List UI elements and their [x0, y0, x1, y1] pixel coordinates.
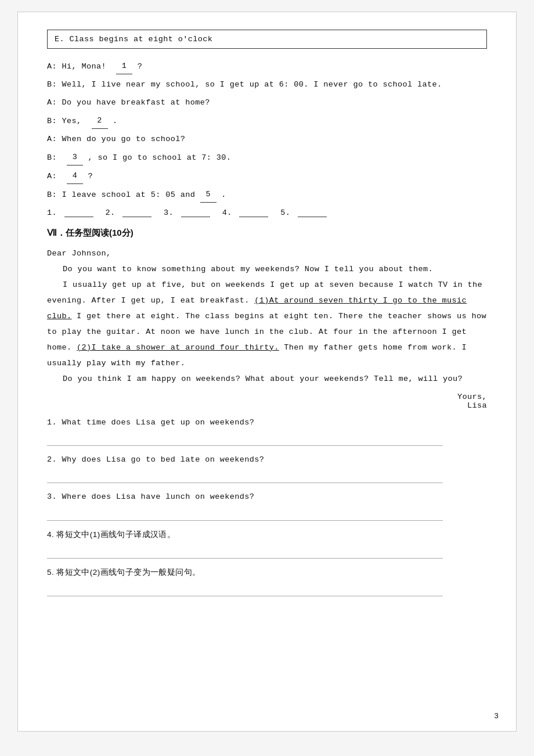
blank-2: 2	[92, 114, 108, 129]
question-2: 2. Why does Lisa go to bed late on weeke…	[47, 453, 487, 467]
question-1: 1. What time does Lisa get up on weekend…	[47, 416, 487, 430]
author-name: Lisa	[47, 401, 487, 410]
answer-line-5	[47, 584, 443, 596]
blank-3: 3	[67, 150, 83, 165]
paragraph-1: Do you want to know something about my w…	[47, 261, 487, 277]
underline-sentence-1: (1)At around seven thirty I go to the mu…	[47, 296, 467, 321]
dialogue-a4: A: 4 ?	[47, 169, 487, 184]
signature-block: Yours, Lisa	[47, 393, 487, 410]
question-block: 1. What time does Lisa get up on weekend…	[47, 416, 487, 596]
dialogue-a1: A: Hi, Mona! 1 ?	[47, 59, 487, 74]
dialogue-a2: A: Do you have breakfast at home?	[47, 96, 487, 110]
dialogue-b3: B: 3 , so I go to school at 7: 30.	[47, 150, 487, 165]
answer-line-2	[47, 470, 443, 483]
blank-4: 4	[67, 169, 83, 184]
fill-blanks-row: 1. 2. 3. 4. 5.	[47, 208, 487, 217]
section-vii-title: Ⅶ．任务型阅读(10分)	[47, 228, 487, 239]
dialogue-b1: B: Well, I live near my school, so I get…	[47, 78, 487, 92]
reading-block: Dear Johnson, Do you want to know someth…	[47, 246, 487, 387]
section-e-box: E. Class begins at eight o'clock	[47, 30, 487, 49]
page: E. Class begins at eight o'clock A: Hi, …	[17, 12, 517, 732]
closing: Yours,	[47, 393, 487, 401]
blank-5: 5	[200, 188, 217, 203]
page-number: 3	[494, 712, 499, 721]
question-5: 5. 将短文中(2)画线句子变为一般疑问句。	[47, 566, 487, 580]
section-e-label: E. Class begins at eight o'clock	[55, 35, 212, 44]
dialogue-a3: A: When do you go to school?	[47, 132, 487, 147]
dialogue-b4: B: I leave school at 5: 05 and 5 .	[47, 188, 487, 203]
answer-line-1	[47, 433, 443, 446]
paragraph-2: I usually get up at five, but on weekend…	[47, 277, 487, 371]
answer-line-4	[47, 546, 443, 559]
answer-line-3	[47, 508, 443, 521]
dialogue-b2: B: Yes, 2 .	[47, 114, 487, 129]
paragraph-3: Do you think I am happy on weekends? Wha…	[47, 371, 487, 387]
blank-1: 1	[116, 59, 132, 74]
question-4: 4. 将短文中(1)画线句子译成汉语。	[47, 528, 487, 542]
underline-sentence-2: (2)I take a shower at around four thirty…	[77, 343, 279, 352]
question-3: 3. Where does Lisa have lunch on weekend…	[47, 490, 487, 504]
greeting: Dear Johnson,	[47, 246, 487, 261]
